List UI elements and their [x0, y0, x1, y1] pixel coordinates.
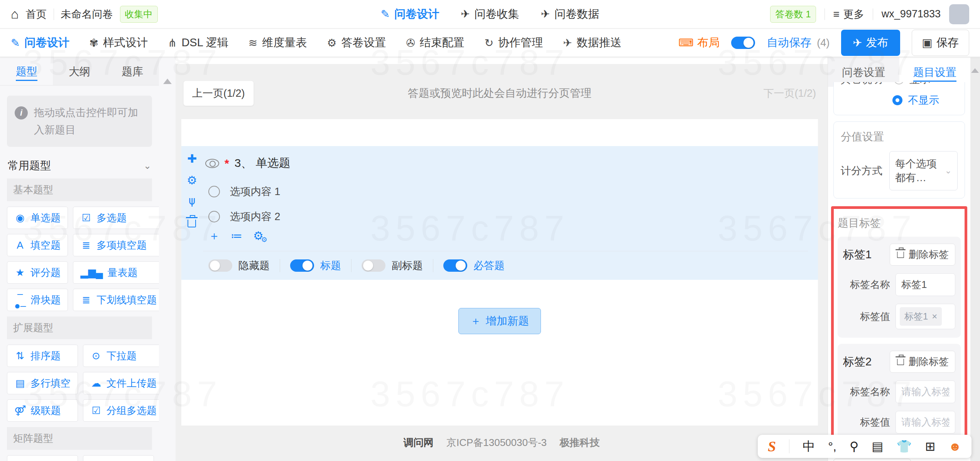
gear-icon[interactable]: ⚙ — [187, 175, 197, 186]
qtype-slider[interactable]: –●–滑块题 — [7, 289, 68, 311]
nav-survey-design[interactable]: ✎ 问卷设计 — [381, 7, 439, 22]
option-row[interactable]: 选项内容 1 — [208, 185, 280, 199]
tag-value-input[interactable] — [896, 411, 955, 434]
answers-count-badge[interactable]: 答卷数 1 — [770, 6, 816, 23]
chip-close-icon[interactable]: × — [932, 311, 937, 322]
page-scrollbar[interactable] — [970, 57, 980, 461]
qtype-dropdown[interactable]: ⊙下拉题 — [83, 345, 159, 367]
option-row[interactable]: 选项内容 2 — [208, 210, 280, 224]
emoji-icon[interactable]: ☻ — [948, 440, 961, 453]
qtype-single-choice[interactable]: ◉单选题 — [7, 207, 68, 229]
more-menu[interactable]: ≡ 更多 — [833, 7, 864, 21]
layout-button[interactable]: ⌨ 布局 — [678, 35, 720, 50]
add-tag-button[interactable]: ＋ 添加标签 — [833, 459, 911, 461]
autosave-toggle[interactable] — [731, 37, 755, 49]
toolbar-item-dsl-logic[interactable]: ⋔ DSL 逻辑 — [168, 35, 228, 50]
toolbar-item-data-push[interactable]: ✈ 数据推送 — [563, 35, 621, 50]
logic-branch-icon[interactable]: ⋔ — [187, 196, 197, 208]
radio-show[interactable]: 显示 — [894, 82, 930, 86]
tab-question-bank[interactable]: 题库 — [106, 57, 159, 85]
nav-survey-data[interactable]: ✈ 问卷数据 — [541, 7, 599, 22]
next-page-button[interactable]: 下一页(1/2) — [763, 86, 816, 100]
qtype-matrix-multi[interactable]: ▦矩阵多选 — [83, 455, 154, 461]
toolbar-item-answer-settings[interactable]: ⚙ 答卷设置 — [327, 35, 386, 50]
publish-button[interactable]: ✈ 发布 — [841, 30, 900, 56]
sogou-logo-icon[interactable]: S — [768, 439, 776, 454]
add-option-icon[interactable]: ＋ — [208, 230, 220, 242]
scroll-up-arrow[interactable] — [163, 79, 172, 84]
question-actions: ＋ ≔ ⚙⚙ — [208, 230, 264, 242]
qtype-multi-fill-blank[interactable]: ≣多项填空题 — [73, 234, 159, 256]
title-toggle[interactable] — [290, 259, 314, 272]
nav-survey-collect[interactable]: ✈ 问卷收集 — [461, 7, 519, 22]
subtitle-toggle[interactable] — [362, 259, 385, 272]
radio-selected-icon[interactable] — [892, 95, 902, 105]
qtype-grouped-multi-choice[interactable]: ☑分组多选题 — [83, 399, 159, 422]
qtype-matrix-single[interactable]: ≣矩阵单选 — [7, 455, 78, 461]
prev-page-button[interactable]: 上一页(1/2) — [183, 81, 254, 106]
common-types-group-header[interactable]: 常用题型⌄ — [8, 158, 151, 173]
floppy-icon: ▣ — [922, 36, 933, 49]
survey-name[interactable]: 未命名问卷 — [61, 7, 113, 21]
microphone-icon[interactable]: ⚲ — [850, 440, 858, 453]
skin-icon[interactable]: 👕 — [897, 440, 912, 453]
home-link[interactable]: 首页 — [26, 7, 47, 21]
radio-icon[interactable] — [894, 82, 904, 84]
sidebar-scrollbar[interactable] — [159, 57, 176, 461]
qtype-multiline-fill[interactable]: ▤多行填空 — [7, 372, 78, 394]
qtype-multi-choice[interactable]: ☑多选题 — [73, 207, 159, 229]
tag-name-input[interactable] — [896, 273, 955, 296]
toolbar-item-design[interactable]: ✎ 问卷设计 — [11, 35, 69, 50]
punctuation-icon[interactable]: °, — [828, 440, 836, 453]
qtype-fill-blank[interactable]: A填空题 — [7, 234, 68, 256]
delete-tag-button[interactable]: 删除标签 — [890, 351, 955, 373]
question-title[interactable]: 3、 单选题 — [235, 155, 291, 171]
scroll-up-arrow[interactable] — [971, 68, 979, 73]
toolbar-item-collaboration[interactable]: ↻ 协作管理 — [485, 35, 543, 50]
question-block-selected[interactable]: ✚ ⚙ ⋔ * 3、 单选题 选项内容 1 — [181, 146, 818, 280]
avatar[interactable] — [949, 4, 969, 24]
branch-icon: ⋔ — [168, 37, 177, 49]
tab-question-types[interactable]: 题型 — [0, 57, 53, 85]
chevron-down-icon: ⌄ — [144, 160, 151, 171]
qtype-file-upload[interactable]: ☁文件上传题 — [83, 372, 159, 394]
drag-hint-box: i 拖动或点击控件即可加入新题目 — [7, 96, 152, 147]
settings-scroll-area[interactable]: 其它说明 显示 不显示 分值设置 — [828, 82, 970, 461]
chevron-down-icon: ⌄ — [945, 166, 952, 176]
textarea-icon: ▤ — [14, 377, 26, 389]
qtype-rating[interactable]: ★评分题 — [7, 261, 68, 284]
tag-card-2: 标签2 删除标签 标签名称 标签值 — [838, 344, 961, 442]
toolbar-item-style[interactable]: ✾ 样式设计 — [89, 35, 147, 50]
score-method-select[interactable]: 每个选项都有… ⌄ — [889, 151, 958, 190]
radio-icon[interactable] — [208, 186, 220, 197]
qtype-sort[interactable]: ⇅排序题 — [7, 345, 78, 367]
home-icon[interactable]: ⌂ — [11, 7, 19, 22]
qtype-underline-fill[interactable]: ≣下划线填空题 — [73, 289, 159, 311]
required-toggle[interactable] — [443, 259, 467, 272]
batch-edit-icon[interactable]: ≔ — [231, 230, 242, 242]
radio-hide[interactable]: 不显示 — [892, 93, 939, 107]
delete-tag-button[interactable]: 删除标签 — [890, 244, 955, 266]
apps-grid-icon[interactable]: ⊞ — [925, 440, 936, 453]
toolbar-item-end-config[interactable]: ✇ 结束配置 — [406, 35, 464, 50]
radio-icon[interactable] — [208, 211, 220, 222]
trash-icon[interactable] — [188, 218, 196, 229]
qtype-scale[interactable]: ▂▆▄量表题 — [73, 261, 159, 284]
add-question-button[interactable]: ＋ 增加新题 — [458, 308, 541, 334]
preview-eye-icon[interactable] — [205, 159, 219, 168]
tag-value-input[interactable]: 标签1 × — [896, 304, 955, 329]
icp-link[interactable]: 京ICP备13050030号-3 — [446, 437, 547, 448]
hidden-question-toggle[interactable] — [208, 259, 232, 272]
section-basic-types: 基本题型 — [7, 178, 152, 201]
tab-outline[interactable]: 大纲 — [53, 57, 106, 85]
option-settings-icon[interactable]: ⚙⚙ — [253, 230, 264, 242]
tag-name-input[interactable] — [896, 380, 955, 403]
save-button[interactable]: ▣ 保存 — [912, 30, 969, 56]
move-icon[interactable]: ✚ — [187, 153, 197, 165]
toolbar-item-dimension-scale[interactable]: ≋ 维度量表 — [248, 35, 307, 50]
cascade-icon: ⚤ — [14, 405, 26, 417]
chinese-mode-icon[interactable]: 中 — [803, 440, 815, 453]
qtype-cascade[interactable]: ⚤级联题 — [7, 399, 78, 422]
radio-icon: ◉ — [14, 212, 26, 224]
keyboard-icon[interactable]: ▤ — [872, 440, 883, 453]
